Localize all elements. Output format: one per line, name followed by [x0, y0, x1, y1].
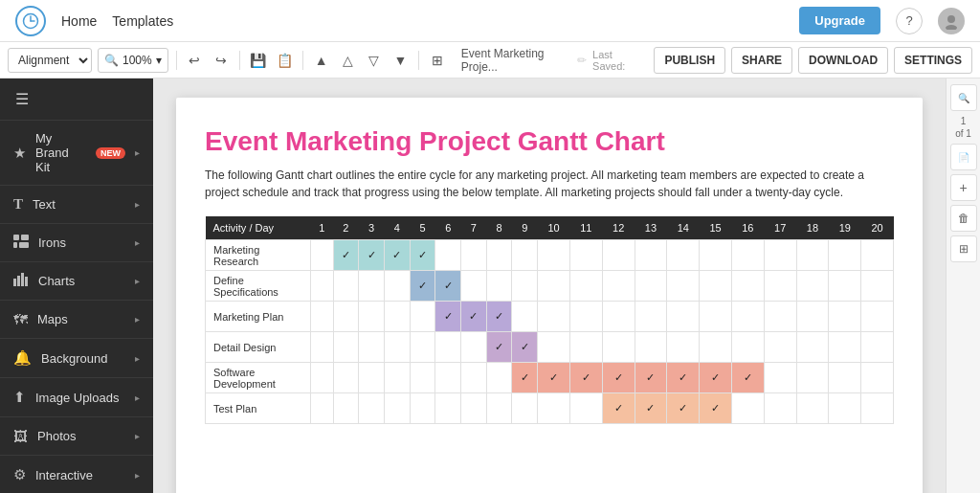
check-mark: ✓ [646, 402, 655, 414]
gantt-cell [731, 240, 764, 271]
page-count: of 1 [955, 128, 971, 139]
home-link[interactable]: Home [61, 13, 97, 29]
move-down2-button[interactable]: ▼ [390, 49, 412, 72]
gantt-cell [410, 363, 435, 393]
gantt-cell [538, 332, 570, 363]
gantt-col-4: 4 [384, 216, 410, 240]
gantt-cell [667, 302, 700, 332]
chevron-right-icon-8: ▸ [135, 470, 140, 481]
check-mark: ✓ [711, 371, 720, 383]
gantt-row: Test Plan✓✓✓✓ [206, 393, 894, 424]
gantt-row: Define Specifications✓✓ [206, 271, 894, 302]
delete-page-button[interactable]: 🗑 [950, 205, 977, 232]
gantt-cell [861, 271, 894, 302]
gantt-cell [829, 240, 861, 271]
gantt-cell: ✓ [512, 332, 538, 363]
alignment-select[interactable]: Alignment [8, 48, 92, 73]
photos-icon: 🖼 [13, 428, 28, 444]
gantt-col-10: 10 [538, 216, 570, 240]
top-nav: Home Templates Upgrade ? [0, 0, 980, 42]
sidebar-item-photos[interactable]: 🖼 Photos ▸ [0, 417, 153, 456]
gantt-cell [333, 302, 359, 332]
gantt-cell [435, 363, 461, 393]
grid-view-button[interactable]: ⊞ [950, 235, 977, 262]
page-number: 1 of 1 [955, 115, 971, 140]
sidebar-item-maps[interactable]: 🗺 Maps ▸ [0, 301, 153, 339]
chevron-right-icon-2: ▸ [135, 237, 140, 248]
toolbar: Alignment 🔍 100% ▾ ↩ ↪ 💾 📋 ▲ △ ▽ ▼ ⊞ Eve… [0, 42, 980, 78]
download-button[interactable]: DOWNLOAD [798, 47, 888, 74]
gantt-table: Activity / Day 1 2 3 4 5 6 7 8 9 10 11 1… [205, 216, 894, 424]
sidebar-label-my-brand-kit: My Brand Kit [35, 131, 86, 174]
move-up2-button[interactable]: △ [337, 49, 358, 72]
check-mark: ✓ [614, 402, 623, 414]
add-page-button[interactable]: + [950, 174, 977, 201]
copy-button[interactable]: 📋 [274, 49, 295, 72]
gantt-col-15: 15 [700, 216, 732, 240]
logo-icon[interactable] [15, 6, 46, 36]
redo-button[interactable]: ↪ [211, 49, 232, 72]
gantt-cell [311, 363, 334, 393]
gantt-cell [569, 393, 602, 424]
canvas-area[interactable]: Event Marketing Project Gantt Chart The … [153, 78, 946, 493]
sidebar-item-my-brand-kit[interactable]: ★ My Brand Kit NEW ▸ [0, 121, 153, 186]
save-button[interactable]: 💾 [248, 49, 269, 72]
chart-description: The following Gantt chart outlines the e… [205, 167, 894, 201]
gantt-cell [333, 363, 359, 393]
gantt-cell [731, 302, 764, 332]
publish-button[interactable]: PUBLISH [654, 47, 725, 74]
gantt-col-6: 6 [435, 216, 461, 240]
settings-button[interactable]: SETTINGS [894, 47, 972, 74]
gantt-cell: ✓ [731, 363, 764, 393]
gantt-cell: ✓ [435, 302, 461, 332]
gantt-cell [538, 302, 570, 332]
check-mark: ✓ [679, 402, 687, 414]
interactive-icon: ⚙ [13, 466, 26, 483]
gantt-col-17: 17 [764, 216, 796, 240]
gantt-col-activity: Activity / Day [206, 216, 311, 240]
check-mark: ✓ [495, 310, 503, 322]
charts-icon [13, 273, 29, 289]
help-button[interactable]: ? [896, 8, 923, 34]
sidebar-item-image-uploads[interactable]: ⬆ Image Uploads ▸ [0, 378, 153, 417]
share-button[interactable]: SHARE [731, 47, 792, 74]
sidebar-menu-icon[interactable]: ☰ [0, 78, 153, 121]
copy-page-button[interactable]: 📄 [950, 144, 977, 170]
icons-icon [13, 235, 29, 251]
sidebar-item-charts[interactable]: Charts ▸ [0, 262, 153, 301]
gantt-cell [796, 240, 829, 271]
grid-button[interactable]: ⊞ [427, 49, 448, 72]
gantt-cell [602, 332, 635, 363]
gantt-row-label: Marketing Plan [206, 302, 311, 332]
gantt-col-19: 19 [829, 216, 861, 240]
templates-link[interactable]: Templates [112, 13, 173, 29]
gantt-cell [829, 302, 861, 332]
sidebar-item-background[interactable]: 🔔 Background ▸ [0, 339, 153, 378]
check-mark: ✓ [521, 341, 529, 352]
check-mark: ✓ [368, 249, 376, 260]
check-mark: ✓ [469, 310, 478, 322]
avatar[interactable] [938, 8, 965, 34]
gantt-cell [410, 332, 435, 363]
svg-rect-6 [21, 235, 29, 240]
move-down-button[interactable]: ▽ [364, 49, 385, 72]
sidebar-item-text[interactable]: T Text ▸ [0, 186, 153, 224]
zoom-in-button[interactable]: 🔍 [950, 84, 977, 111]
gantt-cell [731, 271, 764, 302]
gantt-cell [635, 302, 667, 332]
last-saved-label: Last Saved: [592, 49, 642, 72]
sidebar-item-icons[interactable]: Irons ▸ [0, 224, 153, 262]
gantt-row-label: Detail Design [206, 332, 311, 363]
gantt-cell [569, 332, 602, 363]
gantt-cell [635, 332, 667, 363]
undo-button[interactable]: ↩ [185, 49, 206, 72]
check-mark: ✓ [521, 371, 529, 383]
gantt-cell [384, 363, 410, 393]
sidebar-item-interactive[interactable]: ⚙ Interactive ▸ [0, 456, 153, 493]
zoom-control[interactable]: 🔍 100% ▾ [98, 48, 168, 73]
gantt-cell: ✓ [512, 363, 538, 393]
gantt-cell [829, 363, 861, 393]
gantt-cell [796, 271, 829, 302]
move-up-button[interactable]: ▲ [311, 49, 332, 72]
upgrade-button[interactable]: Upgrade [799, 7, 880, 34]
